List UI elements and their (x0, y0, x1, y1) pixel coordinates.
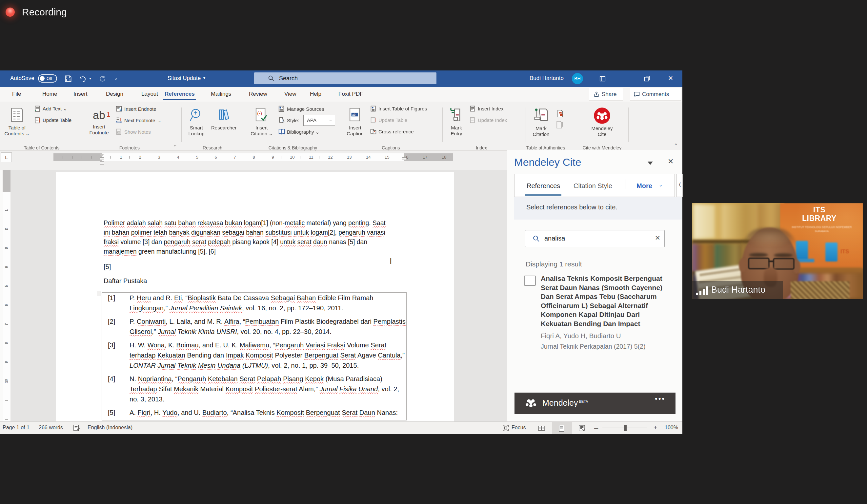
svg-text:ab: ab (352, 113, 355, 116)
svg-text:[1]: [1] (119, 109, 122, 111)
svg-text:(-): (-) (257, 111, 262, 116)
